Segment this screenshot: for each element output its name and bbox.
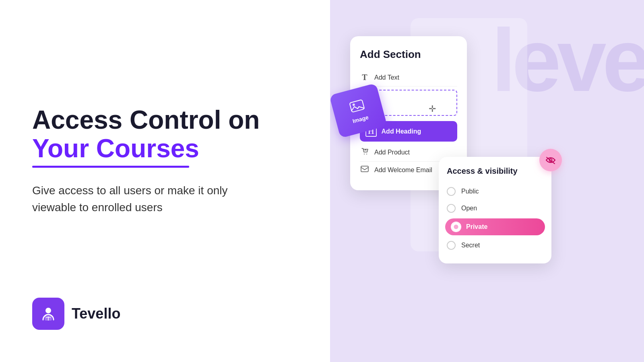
svg-point-2 [364,154,365,154]
right-panel: level Add Section T Add Text H Add Headi… [330,0,644,362]
svg-point-6 [352,103,355,106]
add-product-label: Add Product [374,149,410,156]
access-option-private[interactable]: Private [445,218,545,235]
subtitle: Give access to all users or make it only… [32,182,274,216]
radio-secret[interactable] [447,241,456,250]
svg-point-0 [45,308,51,313]
tevello-logo-icon [39,304,58,323]
add-heading-label: Add Heading [382,128,421,135]
private-label: Private [466,223,487,230]
image-label: Image [352,114,369,124]
text-icon: T [360,73,369,82]
title-line1: Access Control on [32,106,298,134]
radio-private[interactable] [452,222,460,231]
move-icon: ✛ [429,104,436,114]
public-label: Public [461,188,479,195]
image-drag-icon [348,97,366,115]
access-option-open[interactable]: Open [447,200,543,217]
svg-rect-4 [361,166,368,172]
eye-toggle-button[interactable] [539,149,562,171]
logo-text: Tevello [72,305,120,322]
title-line2: Your Courses [32,134,298,162]
open-label: Open [461,205,477,212]
svg-point-3 [366,154,367,154]
title-underline [32,166,189,168]
access-visibility-card: Access & visibility Public Open Private … [439,157,551,263]
access-option-public[interactable]: Public [447,183,543,200]
add-section-title: Add Section [360,48,457,61]
access-visibility-title: Access & visibility [447,167,543,176]
secret-label: Secret [461,242,480,249]
radio-public[interactable] [447,187,456,196]
product-icon [360,147,369,157]
add-email-label: Add Welcome Email [374,167,432,174]
email-icon [360,166,369,174]
logo-icon [32,298,64,330]
add-text-item[interactable]: T Add Text [360,69,457,86]
radio-open[interactable] [447,204,456,213]
eye-slash-icon [545,156,556,164]
logo-section: Tevello [32,298,120,330]
access-option-secret[interactable]: Secret [447,237,543,254]
add-text-label: Add Text [374,74,399,81]
left-panel: Access Control on Your Courses Give acce… [0,0,330,362]
